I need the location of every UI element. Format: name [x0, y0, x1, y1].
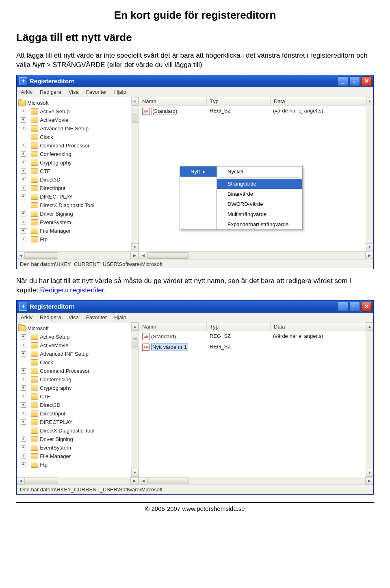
expander-icon[interactable]: +: [21, 177, 26, 182]
tree-item[interactable]: +··Advanced INF Setup: [18, 124, 139, 133]
tree-item[interactable]: +··Command Processor: [18, 367, 139, 375]
minimize-button[interactable]: _: [338, 76, 348, 86]
tree-item[interactable]: ··DirectX Diagnostic Tool: [18, 426, 139, 435]
tree-root[interactable]: Microsoft: [18, 324, 139, 333]
menu-favoriter[interactable]: Favoriter: [86, 89, 107, 95]
tree-root[interactable]: Microsoft: [18, 99, 139, 107]
ctx-item[interactable]: Multisträngvärde: [217, 209, 302, 219]
tree-item[interactable]: +··Cryptography: [18, 158, 139, 167]
scroll-down-icon[interactable]: ▼: [131, 243, 139, 251]
tree-item[interactable]: +··ActiveMovie: [18, 116, 139, 124]
ctx-parent-nytt[interactable]: Nytt ▸: [180, 166, 217, 177]
menu-hjalp[interactable]: Hjälp: [114, 314, 126, 320]
tree-item[interactable]: +··Cryptography: [18, 384, 139, 392]
tree-vscroll[interactable]: ▲ ▼: [131, 97, 139, 251]
tree-item[interactable]: +··Command Processor: [18, 141, 139, 150]
scroll-up-icon[interactable]: ▲: [131, 97, 139, 105]
expander-icon[interactable]: +: [21, 169, 26, 174]
expander-icon[interactable]: +: [21, 419, 26, 425]
scroll-thumb[interactable]: [132, 105, 138, 123]
menu-arkiv[interactable]: Arkiv: [21, 89, 32, 95]
values-vscroll[interactable]: ▲ ▼: [366, 322, 373, 477]
ctx-item[interactable]: DWORD-värde: [217, 199, 302, 209]
expander-icon[interactable]: +: [21, 237, 26, 242]
ctx-item[interactable]: Nyckel: [217, 166, 302, 177]
expander-icon[interactable]: +: [21, 445, 26, 450]
expander-icon[interactable]: +: [21, 109, 26, 114]
minimize-button[interactable]: _: [338, 302, 348, 311]
tree-item[interactable]: +··DirectInput: [18, 184, 139, 192]
values-pane[interactable]: Namn Typ Data ab (Standard) REG_SZ (värd…: [139, 322, 373, 477]
values-vscroll[interactable]: ▲ ▼: [366, 97, 373, 251]
ctx-item[interactable]: Strängvärde: [217, 179, 302, 189]
tree-item[interactable]: +··Conferencing: [18, 150, 139, 158]
expander-icon[interactable]: +: [21, 220, 26, 225]
expander-icon[interactable]: +: [21, 437, 26, 442]
tree-item[interactable]: +··Ftp: [18, 460, 139, 469]
col-name[interactable]: Namn: [139, 322, 207, 331]
tree-item[interactable]: +··ActiveMovie: [18, 341, 139, 350]
tree-item[interactable]: +··DIRECTPLAY: [18, 192, 139, 201]
expander-icon[interactable]: +: [21, 411, 26, 416]
expander-icon[interactable]: +: [21, 394, 26, 399]
tree-item[interactable]: +··File Manager: [18, 227, 139, 235]
menu-arkiv[interactable]: Arkiv: [21, 314, 32, 320]
menu-visa[interactable]: Visa: [69, 314, 79, 320]
expander-icon[interactable]: +: [21, 117, 26, 123]
ctx-item[interactable]: Expanderbart strängvärde: [217, 219, 302, 229]
col-data[interactable]: Data: [271, 97, 373, 106]
values-hscroll[interactable]: ◀ ▶: [139, 251, 373, 259]
link-redigera-registerfiler[interactable]: Redigera registerfiler.: [40, 286, 106, 294]
expander-icon[interactable]: +: [21, 126, 26, 131]
tree-item[interactable]: +··Advanced INF Setup: [18, 350, 139, 358]
menu-favoriter[interactable]: Favoriter: [86, 314, 107, 320]
expander-icon[interactable]: +: [21, 211, 26, 216]
tree-pane[interactable]: Microsoft +··Active Setup+··ActiveMovie+…: [17, 97, 139, 251]
tree-item[interactable]: +··File Manager: [18, 452, 139, 460]
tree-item[interactable]: +··CTF: [18, 167, 139, 175]
tree-item[interactable]: +··Conferencing: [18, 375, 139, 384]
col-type[interactable]: Typ: [207, 322, 271, 331]
expander-icon[interactable]: +: [21, 402, 26, 408]
values-hscroll[interactable]: ◀ ▶: [139, 477, 373, 484]
tree-item[interactable]: +··Direct3D: [18, 175, 139, 184]
ctx-item[interactable]: Binärvärde: [217, 189, 302, 199]
tree-item[interactable]: +··CTF: [18, 392, 139, 401]
tree-hscroll[interactable]: ◀ ▶: [17, 251, 139, 259]
tree-vscroll[interactable]: ▲ ▼: [131, 322, 139, 477]
new-value-name-input[interactable]: Nytt värde nr 1: [151, 344, 188, 350]
col-data[interactable]: Data: [271, 322, 373, 331]
menu-hjalp[interactable]: Hjälp: [114, 89, 126, 95]
expander-icon[interactable]: +: [21, 151, 26, 157]
expander-icon[interactable]: +: [21, 377, 26, 382]
tree-item[interactable]: +··EventSystem: [18, 443, 139, 452]
menu-visa[interactable]: Visa: [69, 89, 79, 95]
col-name[interactable]: Namn: [139, 97, 207, 106]
tree-item[interactable]: +··DIRECTPLAY: [18, 418, 139, 426]
expander-icon[interactable]: +: [21, 343, 26, 348]
close-button[interactable]: ✕: [361, 302, 372, 311]
value-row-new[interactable]: ab Nytt värde nr 1 REG_SZ: [139, 342, 373, 352]
tree-item[interactable]: +··DirectInput: [18, 409, 139, 418]
menu-redigera[interactable]: Redigera: [40, 89, 61, 95]
maximize-button[interactable]: □: [349, 76, 360, 86]
close-button[interactable]: ✕: [361, 76, 372, 86]
tree-item[interactable]: +··Driver Signing: [18, 210, 139, 218]
expander-icon[interactable]: +: [21, 194, 26, 199]
tree-item[interactable]: ··Clock: [18, 133, 139, 141]
expander-icon[interactable]: +: [21, 143, 26, 148]
tree-item[interactable]: ··DirectX Diagnostic Tool: [18, 201, 139, 210]
expander-icon[interactable]: +: [21, 160, 26, 165]
menu-redigera[interactable]: Redigera: [40, 314, 61, 320]
expander-icon[interactable]: +: [21, 228, 26, 233]
tree-item[interactable]: +··Driver Signing: [18, 435, 139, 443]
value-row-default[interactable]: ab (Standard) REG_SZ (värde har ej anget…: [139, 331, 373, 342]
tree-item[interactable]: ··Clock: [18, 358, 139, 367]
tree-item[interactable]: +··Ftp: [18, 235, 139, 244]
expander-icon[interactable]: +: [21, 385, 26, 391]
expander-icon[interactable]: +: [21, 186, 26, 191]
tree-item[interactable]: +··Active Setup: [18, 107, 139, 116]
tree-item[interactable]: +··Active Setup: [18, 333, 139, 341]
tree-pane[interactable]: Microsoft +··Active Setup+··ActiveMovie+…: [17, 322, 139, 477]
col-type[interactable]: Typ: [207, 97, 271, 106]
